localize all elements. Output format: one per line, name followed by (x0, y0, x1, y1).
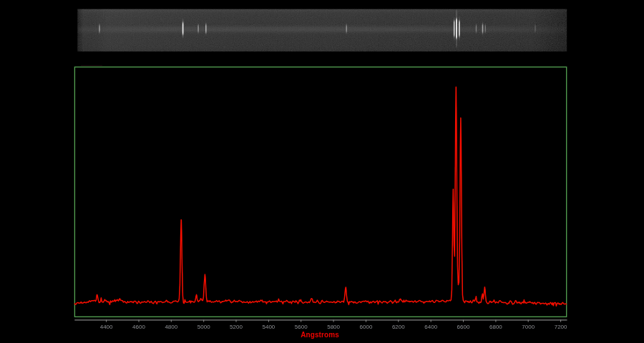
svg-text:6800: 6800 (489, 324, 502, 330)
svg-text:6600: 6600 (457, 324, 470, 330)
svg-text:4400: 4400 (100, 324, 113, 330)
svg-text:6400: 6400 (424, 324, 437, 330)
svg-text:Angstroms: Angstroms (301, 331, 339, 339)
svg-text:5200: 5200 (230, 324, 243, 330)
svg-text:5600: 5600 (295, 324, 308, 330)
svg-text:7000: 7000 (522, 324, 535, 330)
svg-text:7200: 7200 (555, 324, 567, 330)
svg-text:4800: 4800 (165, 324, 177, 330)
svg-text:6200: 6200 (392, 324, 405, 330)
svg-text:5800: 5800 (327, 324, 340, 330)
svg-text:6000: 6000 (360, 324, 373, 330)
svg-text:5400: 5400 (263, 324, 275, 330)
svg-text:5000: 5000 (197, 324, 210, 330)
svg-text:4600: 4600 (132, 324, 145, 330)
